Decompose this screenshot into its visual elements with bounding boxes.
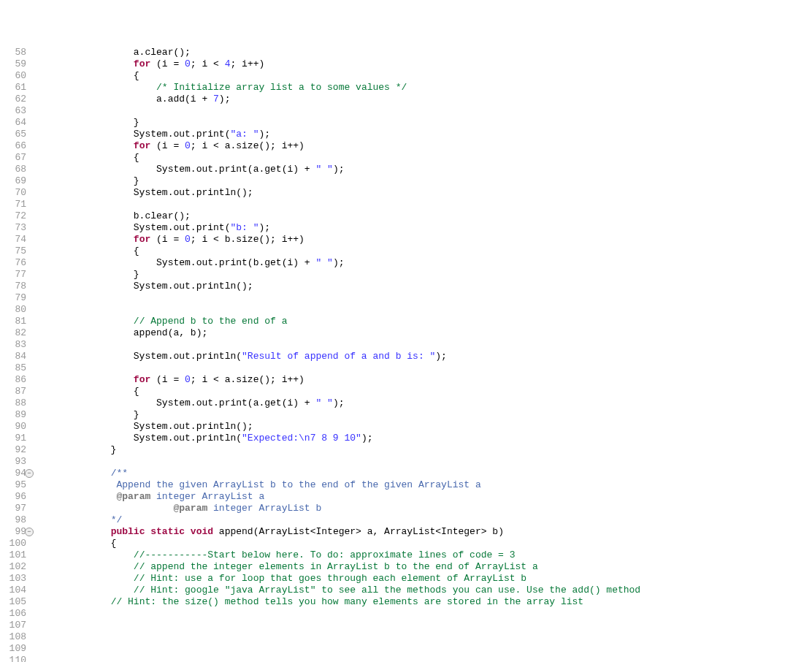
token-plain: ; i < a.size(); i++) bbox=[191, 140, 304, 151]
token-num: 7 bbox=[213, 94, 219, 104]
code-line[interactable]: for (i = 0; i < a.size(); i++) bbox=[42, 140, 812, 152]
token-plain: a.add(i + bbox=[42, 94, 213, 104]
code-line[interactable] bbox=[42, 339, 812, 351]
code-line[interactable]: @param integer ArrayList a bbox=[42, 491, 812, 503]
code-line[interactable]: System.out.print("a: "); bbox=[42, 129, 812, 140]
line-number: 61 bbox=[0, 82, 26, 94]
code-line[interactable] bbox=[42, 292, 812, 304]
token-plain: ); bbox=[258, 129, 270, 140]
code-area[interactable]: a.clear(); for (i = 0; i < 4; i++) { /* … bbox=[29, 47, 812, 662]
code-line[interactable]: System.out.print(a.get(i) + " "); bbox=[42, 164, 812, 175]
code-line[interactable]: { bbox=[42, 70, 812, 82]
code-line[interactable]: /** bbox=[42, 468, 812, 479]
token-jdoctag: @param bbox=[116, 491, 150, 502]
token-plain: (i = bbox=[150, 140, 185, 151]
fold-toggle-icon[interactable]: − bbox=[25, 469, 34, 478]
code-line[interactable]: /* Initialize array list a to some value… bbox=[42, 82, 812, 94]
fold-toggle-icon[interactable]: − bbox=[25, 528, 34, 536]
code-line[interactable]: append(a, b); bbox=[42, 327, 812, 339]
code-line[interactable]: // Hint: google "java ArrayList" to see … bbox=[42, 585, 812, 596]
token-plain: ); bbox=[333, 397, 345, 408]
token-kw: for bbox=[134, 58, 150, 69]
token-plain: System.out.println(); bbox=[42, 421, 253, 432]
code-line[interactable]: for (i = 0; i < 4; i++) bbox=[42, 58, 812, 70]
code-line[interactable]: } bbox=[42, 175, 812, 187]
token-plain: ); bbox=[435, 351, 447, 362]
code-line[interactable]: } bbox=[42, 269, 812, 281]
code-line[interactable]: a.add(i + 7); bbox=[42, 94, 812, 105]
token-plain bbox=[42, 374, 134, 385]
line-number: 59 bbox=[0, 58, 26, 70]
token-plain: ); bbox=[333, 164, 345, 175]
token-plain bbox=[42, 596, 111, 607]
code-line[interactable]: for (i = 0; i < a.size(); i++) bbox=[42, 374, 812, 386]
code-line[interactable]: System.out.println("Result of append of … bbox=[42, 351, 812, 362]
token-plain: } bbox=[42, 444, 116, 455]
token-str: "Expected:\n7 8 9 10" bbox=[242, 433, 361, 444]
code-line[interactable]: // Append b to the end of a bbox=[42, 316, 812, 327]
token-cmt: // Hint: use a for loop that goes throug… bbox=[134, 573, 526, 584]
line-number: 83 bbox=[0, 339, 26, 351]
code-editor[interactable]: 5859606162636465666768697071727374757677… bbox=[0, 47, 812, 662]
code-line[interactable]: System.out.print("b: "); bbox=[42, 222, 812, 234]
code-line[interactable] bbox=[42, 620, 812, 631]
token-plain: System.out.print(a.get(i) + bbox=[42, 164, 315, 175]
line-number: 88 bbox=[0, 397, 26, 409]
code-line[interactable]: for (i = 0; i < b.size(); i++) bbox=[42, 234, 812, 246]
code-line[interactable]: System.out.print(a.get(i) + " "); bbox=[42, 397, 812, 409]
code-line[interactable] bbox=[42, 199, 812, 210]
code-line[interactable]: // Hint: the size() method tells you how… bbox=[42, 596, 812, 608]
code-line[interactable]: @param integer ArrayList b bbox=[42, 503, 812, 514]
code-line[interactable] bbox=[42, 105, 812, 117]
token-plain bbox=[42, 549, 134, 560]
line-number: 87 bbox=[0, 386, 26, 397]
code-line[interactable] bbox=[42, 456, 812, 468]
code-line[interactable]: System.out.println(); bbox=[42, 281, 812, 292]
code-line[interactable]: { bbox=[42, 246, 812, 257]
token-plain: b.clear(); bbox=[42, 210, 191, 221]
code-line[interactable]: { bbox=[42, 386, 812, 397]
code-line[interactable]: Append the given ArrayList b to the end … bbox=[42, 479, 812, 491]
line-number: 60 bbox=[0, 70, 26, 82]
token-cmt: // Hint: google "java ArrayList" to see … bbox=[134, 585, 640, 596]
code-line[interactable]: System.out.println(); bbox=[42, 187, 812, 199]
token-cmt: // append the integer elements in ArrayL… bbox=[134, 561, 538, 572]
code-line[interactable]: b.clear(); bbox=[42, 210, 812, 222]
token-plain bbox=[42, 491, 116, 502]
token-plain: append(ArrayList<Integer> a, ArrayList<I… bbox=[213, 526, 504, 537]
code-line[interactable]: { bbox=[42, 538, 812, 549]
line-number: 91 bbox=[0, 433, 26, 444]
code-line[interactable] bbox=[42, 362, 812, 374]
code-line[interactable]: { bbox=[42, 152, 812, 164]
code-line[interactable] bbox=[42, 631, 812, 643]
code-line[interactable]: System.out.print(b.get(i) + " "); bbox=[42, 257, 812, 269]
token-plain bbox=[42, 479, 116, 490]
code-line[interactable]: // append the integer elements in ArrayL… bbox=[42, 561, 812, 573]
token-plain: { bbox=[42, 538, 116, 549]
code-line[interactable] bbox=[42, 304, 812, 316]
token-str: "a: " bbox=[230, 129, 258, 140]
token-plain: a.clear(); bbox=[42, 47, 191, 58]
code-line[interactable]: System.out.println("Expected:\n7 8 9 10"… bbox=[42, 433, 812, 444]
line-number: 78 bbox=[0, 281, 26, 292]
token-num: 0 bbox=[185, 374, 191, 385]
code-line[interactable]: } bbox=[42, 444, 812, 456]
line-number: 77 bbox=[0, 269, 26, 281]
code-line[interactable]: */ bbox=[42, 514, 812, 526]
line-number: 110 bbox=[0, 655, 26, 662]
code-line[interactable]: // Hint: use a for loop that goes throug… bbox=[42, 573, 812, 585]
code-line[interactable]: } bbox=[42, 117, 812, 129]
code-line[interactable]: public static void append(ArrayList<Inte… bbox=[42, 526, 812, 538]
code-line[interactable] bbox=[42, 655, 812, 662]
line-number: 81 bbox=[0, 316, 26, 327]
token-plain: ); bbox=[219, 94, 231, 104]
code-line[interactable]: a.clear(); bbox=[42, 47, 812, 58]
code-line[interactable]: } bbox=[42, 409, 812, 421]
code-line[interactable]: System.out.println(); bbox=[42, 421, 812, 433]
code-line[interactable] bbox=[42, 608, 812, 620]
token-plain bbox=[42, 526, 111, 537]
line-number: 90 bbox=[0, 421, 26, 433]
code-line[interactable] bbox=[42, 643, 812, 655]
line-number: 72 bbox=[0, 210, 26, 222]
code-line[interactable]: //-----------Start below here. To do: ap… bbox=[42, 549, 812, 561]
